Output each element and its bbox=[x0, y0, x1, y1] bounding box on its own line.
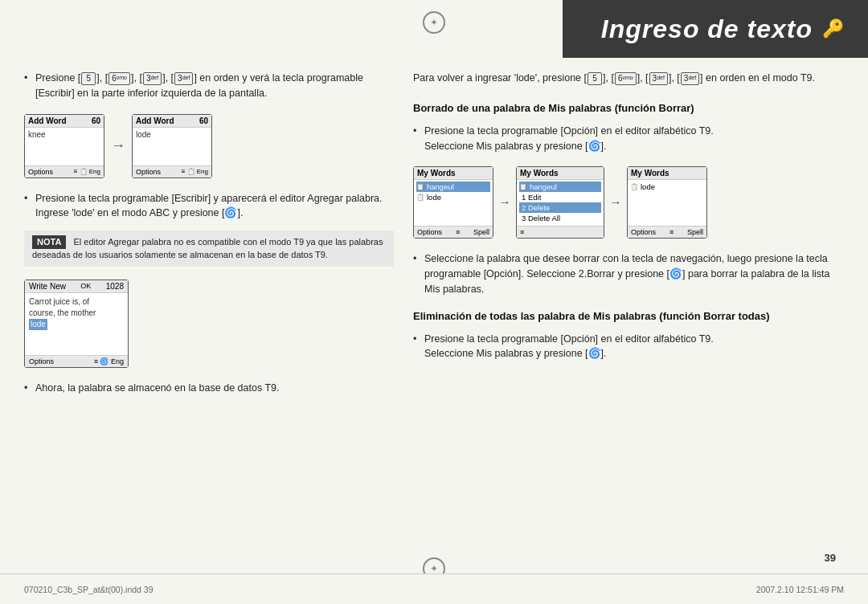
write-new-container: Write New OK 1028 Carrot juice is, of co… bbox=[24, 280, 394, 368]
r-key-3a: 3def bbox=[649, 72, 668, 85]
screen-header-1: Add Word 60 bbox=[25, 115, 104, 128]
mw1-icon-lode: 📋 bbox=[416, 194, 424, 201]
arrow-3: → bbox=[609, 195, 622, 210]
mw2-icon: 📋 bbox=[519, 183, 527, 190]
arrow-1: → bbox=[111, 137, 125, 154]
left-column: Presione [5], [6vmo], [3def], [3def] en … bbox=[24, 71, 394, 564]
word-lode: lode bbox=[136, 130, 151, 139]
section-2-title: Eliminación de todas las palabra de Mis … bbox=[413, 310, 844, 322]
footer-icons-2: ≡ 📋 Eng bbox=[182, 168, 208, 175]
right-bullet-2: Seleccione la palabra que desee borrar c… bbox=[413, 251, 844, 296]
write-footer: Options ≡ 🌀 Eng bbox=[25, 355, 128, 367]
section-1-title: Borrado de una palabra de Mis palabras (… bbox=[413, 102, 844, 114]
mw2-menu-1: 1 Edit bbox=[519, 192, 601, 202]
write-highlighted: lode bbox=[29, 319, 124, 330]
mw1-menu-icon: ≡ bbox=[456, 228, 460, 236]
screen-footer-1: Options ≡ 📋 Eng bbox=[25, 165, 104, 178]
screen-body-2: lode bbox=[133, 128, 211, 165]
screen-header-2: Add Word 60 bbox=[133, 115, 211, 128]
page-title: Ingreso de texto bbox=[601, 14, 813, 44]
para-volver: Para volver a ingresar 'lode', presione … bbox=[413, 71, 844, 86]
mw2-footer: ≡ bbox=[517, 226, 604, 238]
arrow-2: → bbox=[498, 195, 511, 210]
mw1-footer: Options ≡ Spell bbox=[414, 226, 493, 238]
key-3a: 3def bbox=[143, 72, 162, 85]
key-3b: 3def bbox=[174, 72, 193, 85]
mw1-options: Options bbox=[417, 228, 442, 236]
write-icons: ≡ 🌀 Eng bbox=[94, 357, 124, 365]
mw3-header: My Words bbox=[628, 167, 706, 180]
nota-text: El editor Agregar palabra no es compatib… bbox=[32, 237, 383, 259]
page: Ingreso de texto 🔑 Presione [5], [6vmo],… bbox=[0, 0, 868, 604]
mw3-menu-icon: ≡ bbox=[669, 228, 674, 236]
screen-body-1: knee bbox=[25, 128, 104, 165]
mw2-menu-2: 2 Delete bbox=[519, 202, 601, 213]
mw2-hangeul: hangeul bbox=[530, 182, 557, 191]
mw2-item-hangeul: 📋 hangeul bbox=[519, 182, 601, 192]
main-content: Presione [5], [6vmo], [3def], [3def] en … bbox=[0, 58, 868, 572]
write-ok: OK bbox=[80, 282, 91, 290]
mw1-icon-hangeul: 📋 bbox=[416, 183, 424, 190]
screen-count-2: 60 bbox=[199, 116, 208, 125]
screen-title-1: Add Word bbox=[28, 116, 67, 125]
header: Ingreso de texto 🔑 bbox=[563, 0, 868, 58]
mw1-body: 📋 hangeul 📋 lode bbox=[414, 180, 493, 226]
word-knee: knee bbox=[28, 130, 46, 139]
bullet-1: Presione [5], [6vmo], [3def], [3def] en … bbox=[24, 71, 394, 101]
r-key-3b: 3def bbox=[681, 72, 699, 85]
screen-title-2: Add Word bbox=[136, 116, 174, 125]
r-key-6: 6vmo bbox=[615, 72, 637, 85]
mw1-item-hangeul: 📋 hangeul bbox=[416, 182, 490, 192]
mw2-menu-3: 3 Delete All bbox=[519, 213, 601, 223]
my-words-screens-row: My Words 📋 hangeul 📋 lode Options bbox=[413, 166, 844, 239]
screen-count-1: 60 bbox=[92, 116, 100, 125]
mw1-text-hangeul: hangeul bbox=[427, 182, 454, 191]
page-number-area: 39 bbox=[413, 552, 844, 564]
mw3-text-lode: lode bbox=[641, 182, 655, 191]
mw3-spell: Spell bbox=[687, 228, 703, 236]
right-bullet-1: Presione la tecla programable [Opción] e… bbox=[413, 124, 844, 154]
add-word-screen-lode: Add Word 60 lode Options ≡ 📋 Eng bbox=[132, 114, 212, 178]
nota-label: NOTA bbox=[32, 235, 66, 249]
mw1-text-lode: lode bbox=[427, 193, 441, 202]
nota-box: NOTA El editor Agregar palabra no es com… bbox=[24, 231, 394, 267]
mw2-header: My Words bbox=[517, 167, 604, 180]
my-words-screen-1: My Words 📋 hangeul 📋 lode Options bbox=[413, 166, 493, 239]
key-icon: 🔑 bbox=[822, 18, 844, 39]
page-number: 39 bbox=[825, 552, 836, 564]
my-words-screen-3: My Words 📋 lode Options ≡ Spell bbox=[627, 166, 707, 239]
write-count: 1028 bbox=[106, 282, 124, 291]
mw3-footer: Options ≡ Spell bbox=[628, 226, 706, 238]
write-new-screen: Write New OK 1028 Carrot juice is, of co… bbox=[24, 280, 129, 368]
mw1-spell: Spell bbox=[473, 228, 489, 236]
mw3-icon-lode: 📋 bbox=[630, 183, 638, 190]
add-word-screen-knee: Add Word 60 knee Options ≡ 📋 Eng bbox=[24, 114, 104, 178]
right-bullet-3: Presione la tecla programable [Opción] e… bbox=[413, 332, 844, 362]
mw1-header: My Words bbox=[414, 167, 493, 180]
bullet-2: Presione la tecla programable [Escribir]… bbox=[24, 191, 394, 222]
mw1-item-lode: 📋 lode bbox=[416, 192, 490, 202]
key-5: 5 bbox=[81, 72, 96, 85]
footer-date: 2007.2.10 12:51:49 PM bbox=[756, 585, 844, 594]
screens-row-1: Add Word 60 knee Options ≡ 📋 Eng → A bbox=[24, 114, 394, 178]
write-options: Options bbox=[29, 357, 54, 365]
screen-footer-2: Options ≡ 📋 Eng bbox=[133, 165, 211, 178]
mw3-item-lode: 📋 lode bbox=[630, 182, 704, 192]
write-header: Write New OK 1028 bbox=[25, 280, 128, 293]
mw3-body: 📋 lode bbox=[628, 180, 706, 226]
write-line-2: course, the mother bbox=[29, 308, 124, 319]
right-column: Para volver a ingresar 'lode', presione … bbox=[413, 71, 844, 564]
footer-icons-1: ≡ 📋 Eng bbox=[74, 168, 100, 175]
write-body: Carrot juice is, of course, the mother l… bbox=[25, 293, 128, 355]
mw2-body: 📋 hangeul 1 Edit 2 Delete 3 Delete All bbox=[517, 180, 604, 226]
compass-top-icon bbox=[423, 11, 445, 34]
bullet-3: Ahora, la palabra se almacenó en la base… bbox=[24, 381, 394, 396]
page-footer: 070210_C3b_SP_at&t(00).indd 39 2007.2.10… bbox=[0, 573, 868, 604]
options-label-1: Options bbox=[28, 168, 53, 176]
footer-file: 070210_C3b_SP_at&t(00).indd 39 bbox=[24, 585, 154, 594]
mw2-menu-icon: ≡ bbox=[520, 228, 524, 236]
r-key-5: 5 bbox=[588, 72, 602, 85]
my-words-screen-2: My Words 📋 hangeul 1 Edit 2 Delete 3 Del… bbox=[516, 166, 604, 239]
mw3-options: Options bbox=[631, 228, 656, 236]
write-title: Write New bbox=[29, 282, 66, 291]
